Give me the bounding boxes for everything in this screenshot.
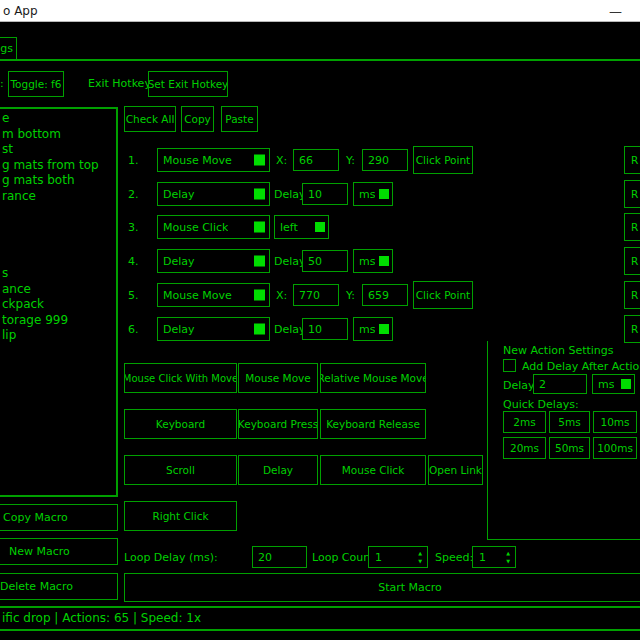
dropdown-indicator-icon: [379, 256, 389, 266]
tab-settings[interactable]: gs: [0, 37, 17, 60]
add-right-click-button[interactable]: Right Click: [124, 501, 237, 531]
click-point-button[interactable]: Click Point: [413, 146, 473, 174]
add-delay-after-action-checkbox[interactable]: [503, 359, 516, 372]
action-type-dropdown[interactable]: Mouse Move: [157, 283, 270, 307]
quick-delay-button[interactable]: 20ms: [503, 437, 546, 459]
action-number: 6.: [128, 323, 139, 336]
remove-action-button[interactable]: R: [624, 146, 640, 174]
loop-count-stepper[interactable]: 1 ▲▼: [368, 546, 428, 568]
start-macro-button[interactable]: Start Macro: [124, 573, 640, 602]
x-label: X:: [276, 289, 287, 302]
action-number: 4.: [128, 255, 139, 268]
add-keyboard-press-button[interactable]: Keyboard Press: [238, 409, 318, 439]
delay-unit-dropdown[interactable]: ms: [353, 182, 393, 206]
add-scroll-button[interactable]: Scroll: [124, 455, 237, 485]
dropdown-indicator-icon: [315, 222, 325, 232]
dropdown-indicator-icon: [254, 256, 265, 267]
action-row: 1. Mouse Move X: Y: Click Point R: [0, 146, 640, 176]
y-coordinate-input[interactable]: [362, 284, 408, 306]
minimize-button[interactable]: —: [609, 0, 622, 22]
action-number: 1.: [128, 154, 139, 167]
quick-delay-button[interactable]: 50ms: [549, 437, 590, 459]
y-label: Y:: [346, 289, 355, 302]
set-exit-hotkey-button[interactable]: Set Exit Hotkey: [148, 71, 228, 97]
quick-delays-label: Quick Delays:: [503, 398, 579, 411]
window-title: o App: [0, 4, 38, 18]
add-mouse-click-button[interactable]: Mouse Click: [320, 455, 426, 485]
dropdown-indicator-icon: [621, 379, 631, 389]
delay-value-input[interactable]: [302, 183, 348, 205]
action-type-dropdown[interactable]: Delay: [157, 249, 270, 273]
exit-hotkey-label: Exit Hotkey:: [88, 77, 154, 90]
action-type-dropdown[interactable]: Mouse Click: [157, 215, 270, 239]
delay-label: Delay: [274, 323, 306, 336]
speed-stepper[interactable]: 1 ▲▼: [472, 546, 516, 568]
toggle-hotkey-label-fragment: :: [0, 77, 4, 90]
macro-list-item[interactable]: e: [0, 111, 116, 127]
mouse-button-dropdown[interactable]: left: [274, 215, 329, 239]
action-type-dropdown[interactable]: Delay: [157, 317, 270, 341]
tab-strip-divider: [0, 59, 640, 61]
loop-delay-label: Loop Delay (ms):: [124, 551, 218, 564]
delay-unit-dropdown[interactable]: ms: [353, 249, 393, 273]
paste-button[interactable]: Paste: [221, 106, 258, 132]
action-row: 4. Delay Delay ms R: [0, 247, 640, 277]
add-keyboard-button[interactable]: Keyboard: [124, 409, 237, 439]
tab-label: gs: [0, 42, 13, 55]
add-delay-button[interactable]: Delay: [238, 455, 318, 485]
quick-delay-button[interactable]: 5ms: [549, 411, 590, 433]
remove-action-button[interactable]: R: [624, 247, 640, 275]
remove-action-button[interactable]: R: [624, 281, 640, 309]
loop-delay-input[interactable]: [252, 546, 307, 568]
dropdown-indicator-icon: [379, 324, 389, 334]
status-bar-text: ific drop | Actions: 65 | Speed: 1x: [2, 611, 201, 625]
action-number: 3.: [128, 221, 139, 234]
y-coordinate-input[interactable]: [362, 149, 408, 171]
action-number: 5.: [128, 289, 139, 302]
delay-value-input[interactable]: [302, 250, 348, 272]
x-coordinate-input[interactable]: [293, 284, 339, 306]
new-action-delay-unit-dropdown[interactable]: ms: [592, 374, 635, 394]
copy-macro-button[interactable]: Copy Macro: [0, 504, 118, 531]
toggle-hotkey-button[interactable]: Toggle: f6: [8, 71, 64, 97]
action-row: 2. Delay Delay ms R: [0, 180, 640, 210]
action-row: 5. Mouse Move X: Y: Click Point R: [0, 281, 640, 311]
copy-button[interactable]: Copy: [181, 106, 214, 132]
action-type-dropdown[interactable]: Delay: [157, 182, 270, 206]
dropdown-indicator-icon: [254, 155, 265, 166]
speed-label: Speed:: [435, 551, 473, 564]
delay-unit-dropdown[interactable]: ms: [353, 317, 393, 341]
action-type-dropdown[interactable]: Mouse Move: [157, 148, 270, 172]
remove-action-button[interactable]: R: [624, 180, 640, 208]
x-coordinate-input[interactable]: [293, 149, 339, 171]
remove-action-button[interactable]: R: [624, 315, 640, 343]
macro-list-item[interactable]: m bottom: [0, 127, 116, 143]
quick-delay-button[interactable]: 10ms: [593, 411, 637, 433]
click-point-button[interactable]: Click Point: [413, 281, 473, 309]
delete-macro-button[interactable]: Delete Macro: [0, 573, 118, 600]
quick-delay-buttons: 2ms5ms10ms20ms50ms100ms: [503, 411, 637, 459]
delay-value-input[interactable]: [302, 318, 348, 340]
stepper-arrows-icon[interactable]: ▲▼: [506, 551, 515, 564]
quick-delay-button[interactable]: 2ms: [503, 411, 546, 433]
check-all-button[interactable]: Check All: [124, 106, 176, 132]
add-mouse-click-with-move-button[interactable]: Mouse Click With Move: [124, 363, 237, 393]
stepper-arrows-icon[interactable]: ▲▼: [418, 551, 427, 564]
new-macro-button[interactable]: New Macro: [0, 538, 118, 565]
quick-delay-button[interactable]: 100ms: [593, 437, 637, 459]
delay-label: Delay: [274, 188, 306, 201]
dropdown-indicator-icon: [254, 222, 265, 233]
delay-label: Delay: [274, 255, 306, 268]
action-row: 3. Mouse Click left R: [0, 213, 640, 243]
add-open-link-button[interactable]: Open Link: [428, 455, 483, 485]
add-mouse-move-button[interactable]: Mouse Move: [238, 363, 318, 393]
app-window: o App — gs : Toggle: f6 Exit Hotkey: Set…: [0, 0, 640, 640]
new-action-delay-input[interactable]: [533, 374, 587, 394]
status-bar-top-divider: [0, 606, 640, 608]
add-keyboard-release-button[interactable]: Keyboard Release: [320, 409, 426, 439]
add-relative-mouse-move-button[interactable]: Relative Mouse Move: [320, 363, 426, 393]
action-number: 2.: [128, 188, 139, 201]
status-bar-bottom-divider: [0, 629, 640, 631]
y-label: Y:: [346, 154, 355, 167]
remove-action-button[interactable]: R: [624, 213, 640, 241]
